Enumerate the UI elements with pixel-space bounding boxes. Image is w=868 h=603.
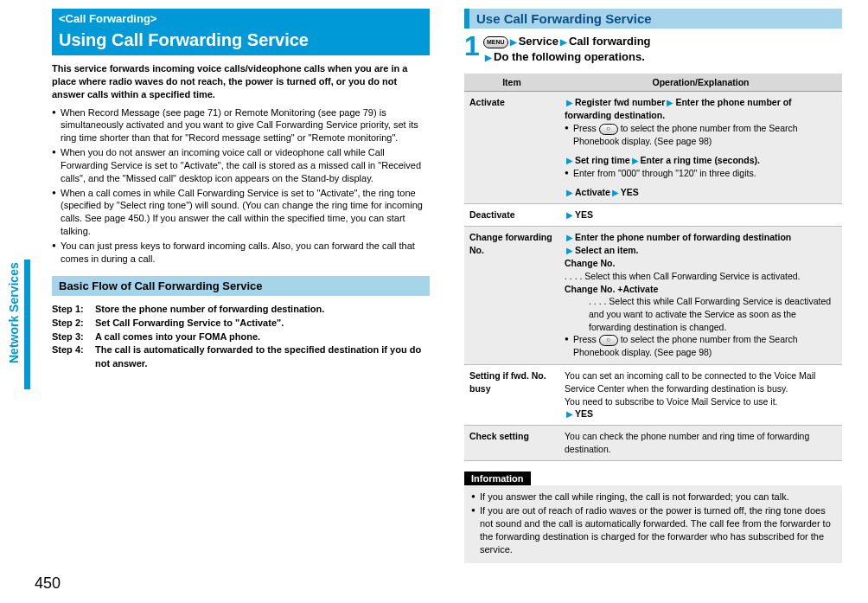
- arrow-icon: ▶: [483, 53, 494, 62]
- col-item: Item: [464, 74, 559, 92]
- cell-operation: ▶Register fwd number▶Enter the phone num…: [559, 92, 842, 204]
- op-text: Activate: [575, 187, 610, 197]
- arrow-icon: ▶: [565, 156, 575, 165]
- right-column: Use Call Forwarding Service 1 MENU▶Servi…: [464, 9, 842, 563]
- nav-call-forwarding: Call forwarding: [569, 35, 651, 48]
- arrow-icon: ▶: [665, 98, 675, 107]
- op-text: YES: [575, 408, 593, 419]
- operations-table: Item Operation/Explanation Activate ▶Reg…: [464, 74, 842, 460]
- step-text: Store the phone number of forwarding des…: [95, 303, 324, 317]
- op-text: Enter a ring time (seconds).: [641, 155, 760, 165]
- list-item: If you answer the call while ringing, th…: [471, 491, 835, 504]
- step-label: Step 3:: [52, 330, 95, 344]
- arrow-icon: ▶: [508, 37, 519, 47]
- list-item: You can just press keys to forward incom…: [52, 240, 430, 266]
- table-row: Change forwarding No. ▶Enter the phone n…: [464, 227, 842, 365]
- cell-item: Change forwarding No.: [464, 227, 559, 365]
- cell-item: Activate: [464, 92, 559, 204]
- step-text: The call is automatically forwarded to t…: [95, 343, 430, 371]
- step-row: Step 2:Set Call Forwarding Service to "A…: [52, 317, 430, 330]
- op-desc: . . . . Select this while Call Forwardin…: [565, 295, 837, 333]
- arrow-icon: ▶: [565, 233, 575, 242]
- use-heading: Use Call Forwarding Service: [464, 9, 842, 29]
- op-desc: You can set an incoming call to be conne…: [565, 370, 815, 394]
- page-number: 450: [35, 574, 61, 593]
- table-row: Check setting You can check the phone nu…: [464, 426, 842, 460]
- op-text: Set ring time: [575, 155, 630, 165]
- arrow-icon: ▶: [610, 188, 621, 197]
- table-row: Setting if fwd. No. busy You can set an …: [464, 365, 842, 426]
- arrow-icon: ▶: [558, 37, 569, 47]
- page-title: Using Call Forwarding Service: [52, 29, 430, 55]
- arrow-icon: ▶: [565, 98, 575, 107]
- nav-key-icon: [599, 124, 618, 135]
- information-box: If you answer the call while ringing, th…: [464, 485, 842, 563]
- step-text: A call comes into your FOMA phone.: [95, 330, 260, 344]
- flow-steps: Step 1:Store the phone number of forward…: [52, 303, 430, 372]
- list-item: Press to select the phone number from th…: [565, 122, 837, 147]
- cell-operation: ▶YES: [559, 204, 842, 227]
- list-item: When a call comes in while Call Forwardi…: [52, 187, 430, 238]
- flow-heading: Basic Flow of Call Forwarding Service: [52, 276, 430, 296]
- op-text: Change No.: [565, 258, 615, 268]
- step-row: Step 4:The call is automatically forward…: [52, 343, 430, 371]
- cell-item: Deactivate: [464, 204, 559, 227]
- op-text: Enter the phone number of forwarding des…: [575, 232, 791, 242]
- step-instruction: MENU▶Service▶Call forwarding ▶Do the fol…: [483, 34, 651, 65]
- list-item: When Record Message (see page 71) or Rem…: [52, 106, 430, 145]
- cell-item: Check setting: [464, 426, 559, 460]
- cell-operation: ▶Enter the phone number of forwarding de…: [559, 227, 842, 365]
- menu-key-icon: MENU: [483, 36, 508, 48]
- breadcrumb: <Call Forwarding>: [52, 9, 430, 29]
- op-text: YES: [621, 187, 639, 197]
- step-row: Step 3:A call comes into your FOMA phone…: [52, 330, 430, 344]
- side-accent-bar: [24, 260, 30, 389]
- cell-operation: You can check the phone number and ring …: [559, 426, 842, 460]
- procedure-step: 1 MENU▶Service▶Call forwarding ▶Do the f…: [464, 34, 842, 65]
- op-desc: You need to subscribe to Voice Mail Serv…: [565, 396, 778, 407]
- list-item: When you do not answer an incoming voice…: [52, 146, 430, 185]
- col-operation: Operation/Explanation: [559, 74, 842, 92]
- table-row: Deactivate ▶YES: [464, 204, 842, 227]
- op-text: Select an item.: [575, 245, 639, 255]
- step-text: Set Call Forwarding Service to "Activate…: [95, 317, 284, 330]
- arrow-icon: ▶: [565, 246, 575, 255]
- cell-item: Setting if fwd. No. busy: [464, 365, 559, 426]
- nav-do: Do the following operations.: [494, 50, 645, 63]
- step-label: Step 2:: [52, 317, 95, 330]
- intro-bullets: When Record Message (see page 71) or Rem…: [52, 106, 430, 266]
- step-number-1: 1: [464, 34, 480, 59]
- information-header: Information: [464, 471, 531, 485]
- op-text: Change No. +Activate: [565, 284, 658, 294]
- op-desc: . . . . Select this when Call Forwarding…: [565, 271, 801, 281]
- step-label: Step 4:: [52, 343, 95, 371]
- table-header-row: Item Operation/Explanation: [464, 74, 842, 92]
- cell-operation: You can set an incoming call to be conne…: [559, 365, 842, 426]
- list-item: Press to select the phone number from th…: [565, 333, 837, 358]
- nav-service: Service: [519, 35, 558, 48]
- step-row: Step 1:Store the phone number of forward…: [52, 303, 430, 317]
- arrow-icon: ▶: [565, 409, 575, 419]
- op-text: YES: [575, 209, 593, 220]
- side-section-label: Network Services: [7, 262, 21, 363]
- left-column: <Call Forwarding> Using Call Forwarding …: [52, 9, 430, 563]
- intro-text: This service forwards incoming voice cal…: [52, 62, 430, 101]
- list-item: Enter from "000" through "120" in three …: [565, 167, 837, 179]
- arrow-icon: ▶: [630, 156, 641, 165]
- nav-key-icon: [599, 335, 618, 346]
- arrow-icon: ▶: [565, 188, 575, 197]
- op-text: Register fwd number: [575, 97, 665, 107]
- table-row: Activate ▶Register fwd number▶Enter the …: [464, 92, 842, 204]
- step-label: Step 1:: [52, 303, 95, 317]
- list-item: If you are out of reach of radio waves o…: [471, 504, 835, 555]
- arrow-icon: ▶: [565, 210, 575, 220]
